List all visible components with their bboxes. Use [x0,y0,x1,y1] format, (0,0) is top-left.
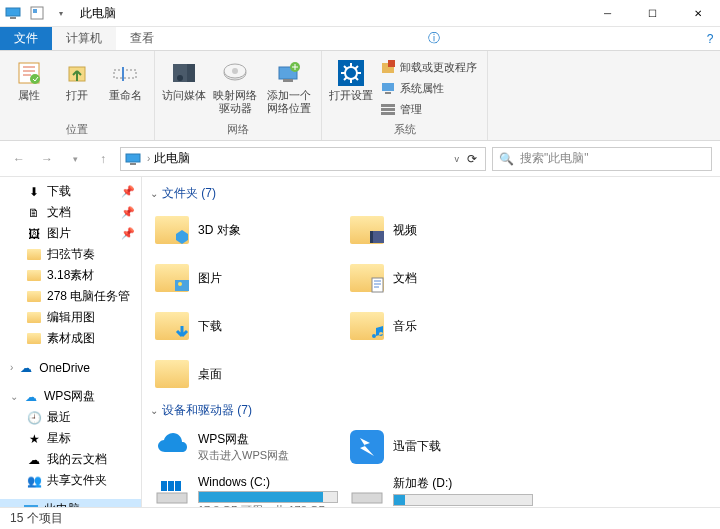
help-icon[interactable]: ? [700,27,720,50]
system-mini-buttons: 卸载或更改程序 系统属性 管理 [376,55,481,122]
qat-dropdown-icon[interactable]: ▾ [50,2,72,24]
title-bar: ▾ 此电脑 ─ ☐ ✕ [0,0,720,27]
search-input[interactable]: 🔍 搜索"此电脑" [492,147,712,171]
svg-rect-0 [6,8,20,16]
section-folders[interactable]: ⌄文件夹 (7) [150,181,720,206]
nav-mydocs[interactable]: ☁我的云文档 [0,449,141,470]
pictures-icon: 🖼 [26,226,42,242]
qat-props-icon[interactable] [26,2,48,24]
add-location-button[interactable]: 添加一个网络位置 [263,55,315,122]
access-media-button[interactable]: 访问媒体 [161,55,207,122]
uninstall-button[interactable]: 卸载或更改程序 [376,57,481,77]
tab-view[interactable]: 查看 [116,27,168,50]
nav-this-pc[interactable]: ⌄此电脑 [0,499,141,507]
drives-grid: WPS网盘双击进入WPS网盘 迅雷下载 Windows (C:) 17.8 GB… [150,423,720,507]
address-input[interactable]: › 此电脑 v ⟳ [120,147,486,171]
system-properties-button[interactable]: 系统属性 [376,78,481,98]
open-button[interactable]: 打开 [54,55,100,122]
svg-rect-37 [157,493,187,503]
content-pane[interactable]: ⌄文件夹 (7) 3D 对象 视频 图片 文档 下载 音乐 桌面 ⌄设备和驱动器… [142,177,720,507]
rename-button[interactable]: 重命名 [102,55,148,122]
nav-documents[interactable]: 🗎文档📌 [0,202,141,223]
group-label-location: 位置 [6,122,148,140]
nav-folder-4[interactable]: 素材成图 [0,328,141,349]
nav-history-dropdown[interactable]: ▾ [64,148,86,170]
nav-downloads[interactable]: ⬇下载📌 [0,181,141,202]
svg-rect-36 [350,430,384,464]
svg-point-34 [178,282,182,286]
folder-music[interactable]: 音乐 [345,302,540,350]
svg-rect-41 [352,493,382,503]
chevron-down-icon: ⌄ [150,188,158,199]
svg-point-5 [30,74,40,84]
folder-3d-objects[interactable]: 3D 对象 [150,206,345,254]
folder-icon [350,216,384,244]
qat-pc-icon[interactable] [2,2,24,24]
folder-icon [155,216,189,244]
nav-shared[interactable]: 👥共享文件夹 [0,470,141,491]
nav-forward-button[interactable]: → [36,148,58,170]
minimize-button[interactable]: ─ [585,0,630,27]
breadcrumb-chevron-icon[interactable]: › [147,153,150,164]
settings-label: 打开设置 [329,89,373,102]
folder-videos[interactable]: 视频 [345,206,540,254]
address-dropdown-icon[interactable]: v [451,154,464,164]
tab-file[interactable]: 文件 [0,27,52,50]
close-button[interactable]: ✕ [675,0,720,27]
properties-button[interactable]: 属性 [6,55,52,122]
properties-label: 属性 [18,89,40,102]
svg-rect-24 [381,104,395,107]
drive-c[interactable]: Windows (C:) 17.8 GB 可用，共 178 GB [150,471,345,507]
folder-downloads[interactable]: 下载 [150,302,345,350]
maximize-button[interactable]: ☐ [630,0,675,27]
folder-pictures[interactable]: 图片 [150,254,345,302]
nav-back-button[interactable]: ← [8,148,30,170]
svg-rect-10 [187,64,195,82]
nav-folder-2[interactable]: 278 电脑任务管 [0,286,141,307]
group-label-network: 网络 [161,122,315,140]
nav-folder-1[interactable]: 3.18素材 [0,265,141,286]
add-location-icon [273,57,305,89]
ribbon-group-system: 打开设置 卸载或更改程序 系统属性 管理 系统 [322,51,488,140]
sysprops-label: 系统属性 [400,81,444,96]
svg-rect-1 [10,17,16,19]
drive-c-bar [198,491,338,503]
nav-pictures[interactable]: 🖼图片📌 [0,223,141,244]
nav-wps[interactable]: ⌄☁WPS网盘 [0,386,141,407]
svg-rect-23 [385,92,391,94]
nav-star[interactable]: ★星标 [0,428,141,449]
map-drive-button[interactable]: 映射网络驱动器 [209,55,261,122]
nav-folder-3[interactable]: 编辑用图 [0,307,141,328]
folder-desktop[interactable]: 桌面 [150,350,345,398]
window-title: 此电脑 [80,5,116,22]
pin-icon: 📌 [121,227,135,240]
drive-wps[interactable]: WPS网盘双击进入WPS网盘 [150,423,345,471]
pin-icon: 📌 [121,185,135,198]
nav-up-button[interactable]: ↑ [92,148,114,170]
folder-documents[interactable]: 文档 [345,254,540,302]
nav-recent[interactable]: 🕘最近 [0,407,141,428]
nav-onedrive[interactable]: ›☁OneDrive [0,357,141,378]
svg-rect-7 [114,70,136,78]
section-drives[interactable]: ⌄设备和驱动器 (7) [150,398,720,423]
search-placeholder: 搜索"此电脑" [520,150,589,167]
shared-icon: 👥 [26,473,42,489]
chevron-down-icon: ⌄ [150,405,158,416]
ribbon-collapse-icon[interactable]: ⓘ [421,27,447,50]
refresh-button[interactable]: ⟳ [463,152,481,166]
ribbon-tabs: 文件 计算机 查看 ⓘ ? [0,27,720,51]
manage-button[interactable]: 管理 [376,99,481,119]
nav-folder-0[interactable]: 扫弦节奏 [0,244,141,265]
tab-computer[interactable]: 计算机 [52,27,116,50]
open-settings-button[interactable]: 打开设置 [328,55,374,122]
ribbon-group-network: 访问媒体 映射网络驱动器 添加一个网络位置 网络 [155,51,322,140]
ribbon: 属性 打开 重命名 位置 访问媒体 映射网络驱动器 [0,51,720,141]
drive-xunlei[interactable]: 迅雷下载 [345,423,540,471]
address-bar: ← → ▾ ↑ › 此电脑 v ⟳ 🔍 搜索"此电脑" [0,141,720,177]
drive-d[interactable]: 新加卷 (D:) 47.3 GB 可用，共 50.9 GB [345,471,540,507]
folder-icon [155,360,189,388]
xunlei-icon [349,429,385,465]
drive-icon [154,475,190,507]
group-label-system: 系统 [328,122,481,140]
navigation-pane[interactable]: ⬇下载📌 🗎文档📌 🖼图片📌 扫弦节奏 3.18素材 278 电脑任务管 编辑用… [0,177,142,507]
